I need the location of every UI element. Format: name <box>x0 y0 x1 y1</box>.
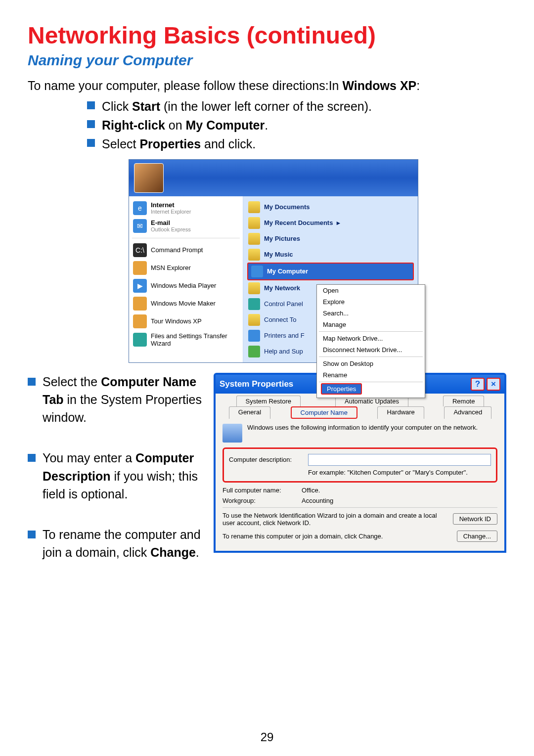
ctx-manage[interactable]: Manage <box>317 319 425 330</box>
system-properties-dialog: System Properties ? × System Restore Aut… <box>214 373 506 553</box>
menu-item-tour[interactable]: Tour Windows XP <box>131 312 241 330</box>
tab-advanced[interactable]: Advanced <box>444 406 491 419</box>
computer-description-input[interactable] <box>308 454 491 466</box>
tab-hardware[interactable]: Hardware <box>377 406 424 419</box>
ctx-search[interactable]: Search... <box>317 308 425 319</box>
folder-icon <box>248 233 260 245</box>
change-text: To rename this computer or join a domain… <box>222 533 451 540</box>
start-menu-userbar <box>129 160 418 196</box>
menu-item-wmp[interactable]: ▶Windows Media Player <box>131 277 241 295</box>
bullet-square-icon <box>28 454 36 462</box>
list-item: Click Start (in the lower left corner of… <box>87 97 506 115</box>
cmd-icon: C:\ <box>133 243 147 257</box>
tab-computer-name[interactable]: Computer Name <box>291 406 357 419</box>
ctx-disconnectdrive[interactable]: Disconnect Network Drive... <box>317 344 425 356</box>
list-item: Right-click on My Computer. <box>87 116 506 134</box>
menu-item-email[interactable]: ✉E-mailOutlook Express <box>131 217 241 235</box>
menu-item-fstw[interactable]: Files and Settings Transfer Wizard <box>131 330 241 349</box>
menu-item-music[interactable]: My Music <box>245 247 416 263</box>
computer-icon <box>222 424 242 443</box>
moviemaker-icon <box>133 297 147 311</box>
tab-general[interactable]: General <box>229 406 270 419</box>
computer-description-label: Computer description: <box>229 456 308 463</box>
tab-remote[interactable]: Remote <box>443 396 485 406</box>
folder-icon <box>248 201 260 213</box>
ctx-open[interactable]: Open <box>317 285 425 296</box>
network-icon <box>248 282 260 294</box>
fullname-label: Full computer name: <box>222 487 302 494</box>
menu-item-mycomputer[interactable]: My Computer <box>247 263 414 280</box>
list-item: You may enter a Computer Description if … <box>28 449 205 503</box>
start-menu-right-pane: My Documents My Recent Documents ▸ My Pi… <box>243 196 418 362</box>
bullet-square-icon <box>87 101 95 109</box>
user-avatar-icon <box>134 163 164 193</box>
page-number: 29 <box>0 730 534 744</box>
computer-icon <box>251 266 263 277</box>
bottom-bullet-list: Select the Computer Name Tab in the Syst… <box>28 373 205 584</box>
transfer-icon <box>133 333 147 347</box>
ctx-mapdrive[interactable]: Map Network Drive... <box>317 333 425 344</box>
dialog-description: Windows uses the following information t… <box>247 424 478 431</box>
menu-item-mydocs[interactable]: My Documents <box>245 199 416 215</box>
intro-text: To name your computer, please follow the… <box>28 78 506 94</box>
list-item: Select the Computer Name Tab in the Syst… <box>28 373 205 427</box>
network-id-text: To use the Network Identification Wizard… <box>222 512 447 527</box>
list-item: To rename the computer and join a domain… <box>28 526 205 562</box>
network-id-button[interactable]: Network ID <box>453 513 497 525</box>
ctx-showondesktop[interactable]: Show on Desktop <box>317 358 425 369</box>
workgroup-value: Accounting <box>302 497 333 504</box>
ie-icon: e <box>133 201 147 215</box>
controlpanel-icon <box>248 298 260 310</box>
help-icon <box>248 346 260 357</box>
bullet-square-icon <box>28 531 36 538</box>
computer-description-hint: For example: "Kitchen Computer" or "Mary… <box>308 469 491 476</box>
printer-icon <box>248 330 260 342</box>
list-item: Select Properties and click. <box>87 135 506 153</box>
ctx-properties[interactable]: Properties <box>321 383 362 395</box>
ctx-explore[interactable]: Explore <box>317 296 425 308</box>
help-button[interactable]: ? <box>471 378 485 391</box>
menu-item-msn[interactable]: MSN Explorer <box>131 259 241 277</box>
folder-icon <box>248 217 260 229</box>
ctx-rename[interactable]: Rename <box>317 369 425 381</box>
bullet-square-icon <box>87 139 95 147</box>
start-menu-screenshot: eInternetInternet Explorer ✉E-mailOutloo… <box>129 159 418 363</box>
context-menu: Open Explore Search... Manage Map Networ… <box>316 284 425 398</box>
chevron-right-icon: ▸ <box>337 219 340 226</box>
folder-icon <box>248 249 260 261</box>
msn-icon <box>133 261 147 275</box>
change-button[interactable]: Change... <box>457 531 497 542</box>
menu-item-pictures[interactable]: My Pictures <box>245 231 416 247</box>
start-menu-left-pane: eInternetInternet Explorer ✉E-mailOutloo… <box>129 196 243 362</box>
tab-system-restore[interactable]: System Restore <box>236 396 301 406</box>
computer-description-group: Computer description: For example: "Kitc… <box>222 447 497 483</box>
page-subtitle: Naming your Computer <box>28 52 506 69</box>
fullname-value: Office. <box>302 487 320 494</box>
tour-icon <box>133 314 147 328</box>
wmp-icon: ▶ <box>133 279 147 293</box>
menu-item-cmd[interactable]: C:\Command Prompt <box>131 241 241 259</box>
close-button[interactable]: × <box>487 378 500 391</box>
mail-icon: ✉ <box>133 219 147 233</box>
connect-icon <box>248 314 260 326</box>
menu-item-moviemaker[interactable]: Windows Movie Maker <box>131 295 241 312</box>
top-bullet-list: Click Start (in the lower left corner of… <box>87 97 506 153</box>
workgroup-label: Workgroup: <box>222 497 302 504</box>
menu-item-internet[interactable]: eInternetInternet Explorer <box>131 199 241 217</box>
bullet-square-icon <box>87 120 95 128</box>
menu-item-recent[interactable]: My Recent Documents ▸ <box>245 215 416 231</box>
dialog-title: System Properties <box>220 379 293 389</box>
bullet-square-icon <box>28 378 36 386</box>
page-title: Networking Basics (continued) <box>28 22 506 49</box>
